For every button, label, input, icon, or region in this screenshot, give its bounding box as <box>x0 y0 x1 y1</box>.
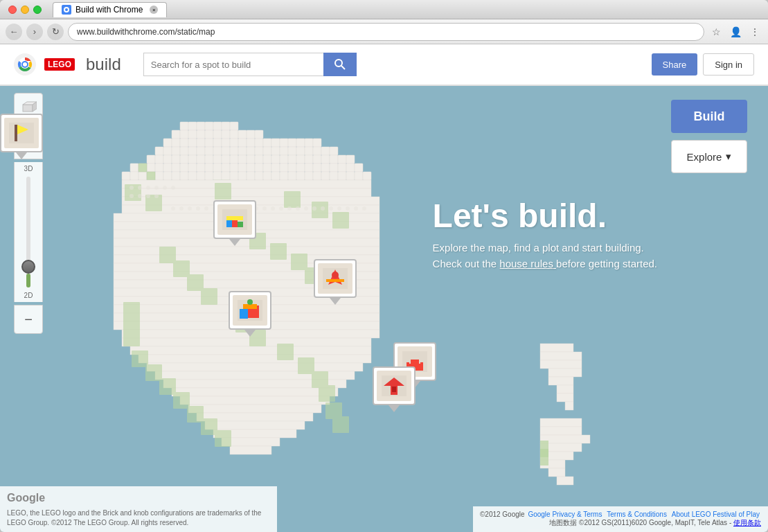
svg-rect-118 <box>330 163 338 172</box>
right-panel: Build Explore ▾ <box>671 100 747 173</box>
zoom-out-button[interactable]: − <box>14 305 43 334</box>
svg-rect-309 <box>240 309 248 319</box>
svg-rect-128 <box>172 172 180 180</box>
svg-rect-13 <box>205 122 213 130</box>
search-button[interactable] <box>323 53 357 76</box>
search-input[interactable] <box>143 53 323 76</box>
svg-rect-102 <box>197 163 205 172</box>
svg-point-279 <box>196 206 200 211</box>
svg-rect-150 <box>355 172 363 180</box>
svg-point-6 <box>23 62 27 66</box>
map-footer-right: ©2012 Google Google Privacy & Terms Term… <box>473 506 768 532</box>
svg-point-280 <box>204 206 208 211</box>
address-bar[interactable]: www.buildwithchrome.com/static/map <box>68 23 704 41</box>
svg-line-8 <box>341 66 345 69</box>
svg-rect-121 <box>355 163 363 172</box>
close-button[interactable] <box>8 6 17 14</box>
lets-build-subtitle-1: Explore the map, find a plot and start b… <box>433 240 657 272</box>
zoom-thumb[interactable] <box>21 260 35 274</box>
svg-rect-62 <box>280 147 288 155</box>
svg-rect-191 <box>114 247 379 255</box>
svg-rect-47 <box>155 147 163 155</box>
svg-rect-61 <box>271 147 280 155</box>
svg-rect-17 <box>172 130 180 139</box>
svg-rect-306 <box>238 222 243 227</box>
house-rules-link[interactable]: house rules <box>499 258 556 269</box>
svg-point-7 <box>335 60 342 66</box>
svg-rect-73 <box>180 155 188 163</box>
active-tab[interactable]: Build with Chrome × <box>53 2 167 17</box>
svg-rect-324 <box>392 387 396 392</box>
svg-rect-58 <box>247 147 255 155</box>
svg-rect-38 <box>247 139 255 147</box>
marker-1[interactable] <box>213 200 256 246</box>
marker-6[interactable] <box>0 86 43 159</box>
share-button[interactable]: Share <box>652 53 698 76</box>
svg-rect-59 <box>255 147 263 155</box>
svg-point-293 <box>312 206 316 211</box>
forward-button[interactable]: › <box>26 24 43 40</box>
footer-links: ©2012 Google Google Privacy & Terms Term… <box>480 511 761 518</box>
svg-rect-145 <box>313 172 321 180</box>
svg-rect-19 <box>188 130 197 139</box>
google-footer-logo: Google <box>7 490 270 506</box>
svg-rect-23 <box>222 130 230 139</box>
header-right: Share Sign in <box>652 53 754 76</box>
bookmark-star-icon[interactable]: ☆ <box>708 24 724 39</box>
svg-rect-63 <box>288 147 296 155</box>
zoom-3d-label: 3D <box>24 165 33 172</box>
svg-rect-18 <box>180 130 188 139</box>
map-area[interactable]: + 3D 2D − <box>0 86 768 532</box>
marker-5[interactable] <box>373 366 416 412</box>
svg-point-275 <box>154 194 159 198</box>
svg-rect-14 <box>213 122 222 130</box>
lego-logo: LEGO <box>44 58 75 71</box>
lets-build-overlay: Let's build. Explore the map, find a plo… <box>433 197 657 272</box>
refresh-button[interactable]: ↻ <box>47 24 64 40</box>
usage-link[interactable]: 使用条款 <box>733 519 761 526</box>
user-icon[interactable]: 👤 <box>728 24 743 39</box>
about-link[interactable]: About LEGO Festival of Play <box>672 511 760 518</box>
svg-rect-75 <box>197 155 205 163</box>
search-container <box>143 53 357 76</box>
svg-rect-64 <box>296 147 305 155</box>
signin-button[interactable]: Sign in <box>703 53 754 76</box>
menu-icon[interactable]: ⋮ <box>747 24 762 39</box>
maximize-button[interactable] <box>33 6 42 14</box>
back-button[interactable]: ← <box>6 24 22 40</box>
svg-rect-84 <box>271 155 280 163</box>
svg-rect-48 <box>163 147 172 155</box>
svg-rect-83 <box>263 155 271 163</box>
svg-rect-32 <box>197 139 205 147</box>
marker-2[interactable] <box>229 291 271 337</box>
svg-rect-142 <box>288 172 296 180</box>
svg-rect-16 <box>230 122 238 130</box>
explore-button[interactable]: Explore ▾ <box>671 140 747 173</box>
zoom-track[interactable] <box>26 177 30 287</box>
svg-rect-146 <box>321 172 330 180</box>
svg-rect-66 <box>313 147 321 155</box>
svg-rect-183 <box>122 180 371 188</box>
zoom-slider-container: 3D 2D <box>14 162 43 302</box>
traffic-lights <box>8 6 42 14</box>
svg-rect-99 <box>172 163 180 172</box>
tab-close-icon[interactable]: × <box>150 6 158 14</box>
svg-rect-37 <box>238 139 247 147</box>
svg-rect-149 <box>346 172 355 180</box>
svg-rect-26 <box>247 130 255 139</box>
chrome-logo-icon <box>14 53 36 76</box>
svg-rect-31 <box>188 139 197 147</box>
svg-rect-50 <box>180 147 188 155</box>
svg-rect-24 <box>230 130 238 139</box>
svg-rect-153 <box>147 172 155 180</box>
svg-rect-15 <box>222 122 230 130</box>
marker-3[interactable] <box>314 259 357 305</box>
svg-rect-240 <box>123 330 140 346</box>
privacy-link[interactable]: Google Privacy & Terms <box>528 511 602 518</box>
svg-point-289 <box>279 206 283 211</box>
svg-rect-208 <box>172 388 338 396</box>
build-button[interactable]: Build <box>671 100 747 133</box>
minimize-button[interactable] <box>21 6 29 14</box>
svg-point-272 <box>130 194 134 198</box>
terms-link[interactable]: Terms & Conditions <box>607 511 667 518</box>
